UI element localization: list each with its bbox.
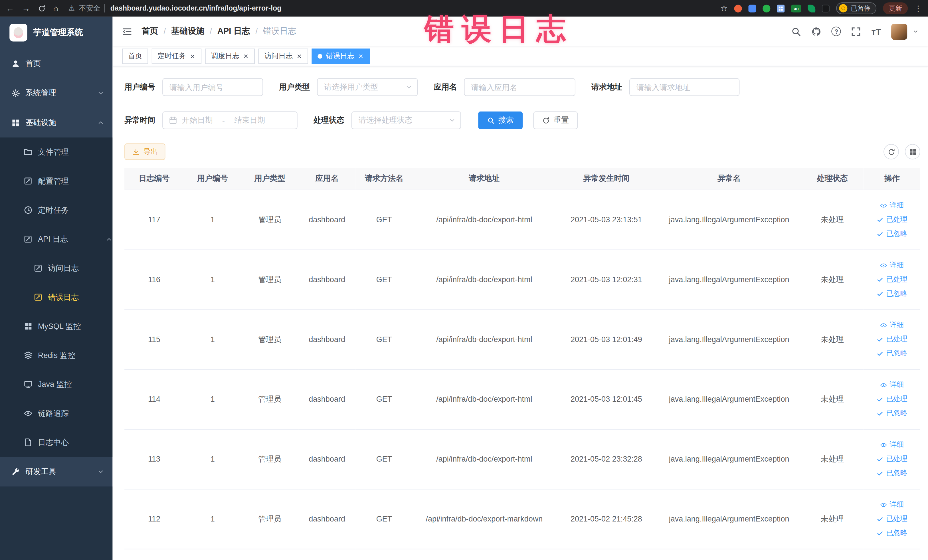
sidebar-item-error-log[interactable]: 错误日志	[0, 283, 113, 312]
date-separator: -	[217, 116, 229, 125]
action-detail-link[interactable]: 详细	[880, 260, 904, 270]
tab-scheduled-jobs[interactable]: 定时任务	[152, 48, 201, 64]
tab-home[interactable]: 首页	[122, 48, 148, 64]
tab-access-log[interactable]: 访问日志	[258, 48, 308, 64]
cell-exception-time: 2021-05-02 23:32:28	[556, 429, 657, 489]
cell-app-name: dashboard	[298, 190, 356, 250]
action-ignored-link[interactable]: 已忽略	[877, 528, 907, 538]
sidebar-item-api-log[interactable]: API 日志	[0, 224, 113, 253]
chevron-down-icon[interactable]	[913, 29, 919, 35]
sidebar-item-java-monitor[interactable]: Java 监控	[0, 370, 113, 399]
grid-icon	[778, 6, 783, 11]
menu-label: 链路追踪	[38, 408, 69, 418]
sidebar-item-dev-tools[interactable]: 研发工具	[0, 457, 113, 487]
avatar[interactable]	[891, 23, 907, 40]
menu-label: 首页	[25, 58, 41, 69]
help-icon[interactable]: ?	[832, 26, 841, 36]
browser-update-button[interactable]: 更新	[883, 2, 908, 14]
tab-error-log[interactable]: 错误日志	[312, 48, 370, 64]
sidebar-item-system-mgmt[interactable]: 系统管理	[0, 78, 113, 108]
close-icon[interactable]	[190, 53, 196, 59]
browser-reload-icon[interactable]	[38, 5, 46, 12]
address-bar[interactable]: ⚠ 不安全 dashboard.yudao.iocoder.cn/infra/l…	[69, 3, 713, 13]
sidebar-item-mysql-monitor[interactable]: MySQL 监控	[0, 312, 113, 341]
bookmark-star-icon[interactable]: ☆	[720, 4, 728, 12]
fullscreen-icon[interactable]	[851, 26, 861, 36]
cell-exception-name: java.lang.IllegalArgumentException	[657, 309, 801, 369]
export-button[interactable]: 导出	[124, 143, 165, 160]
action-ignored-link[interactable]: 已忽略	[877, 289, 907, 299]
close-icon[interactable]	[358, 53, 364, 59]
row-actions: 详细 已处理 已忽略	[864, 260, 920, 299]
breadcrumb-item[interactable]: API 日志	[217, 26, 250, 37]
grid-icon	[11, 118, 20, 127]
browser-back-icon[interactable]: ←	[6, 4, 14, 12]
menu-label: 配置管理	[38, 176, 69, 186]
cell-user-type: 管理员	[241, 369, 298, 429]
browser-actions: ☆ on ☺ 已暂停 更新 ⋮	[720, 2, 922, 14]
refresh-table-button[interactable]	[884, 144, 899, 159]
browser-forward-icon[interactable]: →	[22, 4, 30, 12]
action-processed-link[interactable]: 已处理	[877, 275, 907, 284]
search-button[interactable]: 搜索	[478, 111, 523, 129]
action-ignored-link[interactable]: 已忽略	[877, 408, 907, 418]
sidebar-item-redis-monitor[interactable]: Redis 监控	[0, 340, 113, 370]
process-status-select[interactable]: 请选择处理状态	[351, 111, 461, 129]
request-url-input[interactable]	[629, 78, 739, 96]
sidebar-item-scheduled-jobs[interactable]: 定时任务	[0, 195, 113, 224]
sidebar-item-infrastructure[interactable]: 基础设施	[0, 108, 113, 137]
tab-schedule-log[interactable]: 调度日志	[205, 48, 255, 64]
action-processed-link[interactable]: 已处理	[877, 394, 907, 404]
action-processed-link[interactable]: 已处理	[877, 334, 907, 344]
cell-method: GET	[356, 309, 412, 369]
app-name-input[interactable]	[464, 78, 575, 96]
action-processed-link[interactable]: 已处理	[877, 215, 907, 224]
action-detail-link[interactable]: 详细	[880, 499, 904, 510]
action-ignored-link[interactable]: 已忽略	[877, 229, 907, 239]
browser-menu-icon[interactable]: ⋮	[914, 4, 922, 13]
extension-orange-icon[interactable]	[734, 5, 742, 12]
user-icon	[11, 59, 20, 68]
github-icon[interactable]	[812, 26, 821, 36]
action-detail-link[interactable]: 详细	[880, 200, 904, 210]
sidebar-item-home[interactable]: 首页	[0, 49, 113, 78]
extension-on-badge[interactable]: on	[791, 5, 801, 12]
breadcrumb-item[interactable]: 基础设施	[171, 26, 204, 37]
action-detail-link[interactable]: 详细	[880, 380, 904, 390]
reset-button[interactable]: 重置	[533, 111, 578, 129]
action-detail-link[interactable]: 详细	[880, 439, 904, 450]
sidebar-item-trace[interactable]: 链路追踪	[0, 399, 113, 428]
close-icon[interactable]	[243, 53, 249, 59]
action-processed-link[interactable]: 已处理	[877, 454, 907, 464]
browser-home-icon[interactable]: ⌂	[53, 4, 58, 12]
paused-button[interactable]: ☺ 已暂停	[836, 2, 876, 14]
search-icon[interactable]	[791, 26, 801, 36]
sidebar-item-config-mgmt[interactable]: 配置管理	[0, 166, 113, 196]
action-processed-link[interactable]: 已处理	[877, 514, 907, 524]
sidebar-item-file-mgmt[interactable]: 文件管理	[0, 137, 113, 166]
hamburger-icon[interactable]	[122, 26, 132, 36]
breadcrumb-item[interactable]: 首页	[142, 26, 158, 37]
font-size-icon[interactable]: тT	[871, 26, 881, 36]
column-settings-button[interactable]	[905, 144, 920, 159]
extension-grid-icon[interactable]	[777, 5, 785, 12]
extension-blue-icon[interactable]	[749, 5, 756, 12]
action-ignored-link[interactable]: 已忽略	[877, 348, 907, 358]
exception-time-range-picker[interactable]: 开始日期 - 结束日期	[162, 111, 298, 129]
app-logo[interactable]: 芋道管理系统	[0, 17, 113, 49]
sidebar-item-access-log[interactable]: 访问日志	[0, 253, 113, 283]
security-label: 不安全	[79, 3, 101, 13]
close-icon[interactable]	[296, 53, 302, 59]
user-type-select[interactable]: 请选择用户类型	[317, 78, 418, 96]
action-detail-link[interactable]: 详细	[880, 320, 904, 330]
cell-exception-time: 2021-05-02 21:45:28	[556, 489, 657, 549]
extension-pin-icon[interactable]	[822, 5, 830, 12]
extension-green-icon[interactable]	[763, 5, 770, 12]
user-id-input[interactable]	[162, 78, 263, 96]
action-ignored-link[interactable]: 已忽略	[877, 468, 907, 478]
refresh-icon	[38, 5, 46, 12]
filter-item-process-status: 处理状态 请选择处理状态	[313, 111, 461, 129]
extension-leaf-icon[interactable]	[807, 5, 815, 12]
calendar-icon	[169, 116, 177, 124]
sidebar-item-log-center[interactable]: 日志中心	[0, 428, 113, 457]
